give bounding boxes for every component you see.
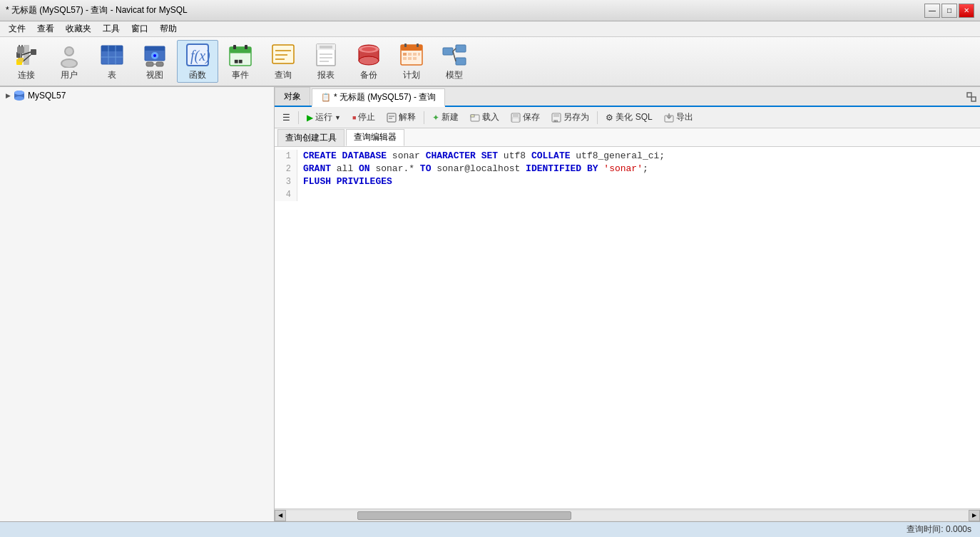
minimize-button[interactable]: — [924, 4, 940, 18]
menu-tools[interactable]: 工具 [97, 21, 126, 36]
run-icon: ▶ [307, 113, 313, 123]
toolbar-connect[interactable]: 连接 [6, 40, 47, 83]
query-icon [270, 42, 296, 68]
svg-text:f(x): f(x) [190, 48, 210, 64]
separator-1 [298, 111, 299, 124]
svg-text:■■: ■■ [234, 57, 243, 65]
svg-point-14 [62, 60, 76, 67]
explain-icon [387, 113, 397, 123]
save-label: 保存 [523, 111, 540, 123]
expand-icon: ▶ [6, 92, 11, 99]
menu-view[interactable]: 查看 [31, 21, 60, 36]
scroll-track[interactable] [286, 511, 969, 521]
sidebar-item-mysql57[interactable]: ▶ MySQL57 [0, 87, 274, 104]
menu-window[interactable]: 窗口 [126, 21, 154, 36]
svg-point-69 [14, 91, 24, 95]
content-area: 对象 📋 * 无标题 (MySQL57) - 查询 ☰ ▶ 运行 [275, 87, 980, 521]
toolbar-event[interactable]: ■■ 事件 [220, 40, 261, 83]
tab-query[interactable]: 📋 * 无标题 (MySQL57) - 查询 [312, 88, 445, 107]
run-btn[interactable]: ▶ 运行 ▼ [302, 110, 346, 126]
scroll-left-btn[interactable]: ◀ [275, 510, 286, 521]
svg-rect-32 [233, 45, 236, 49]
beautify-btn[interactable]: ⚙ 美化 SQL [601, 110, 657, 126]
menu-file[interactable]: 文件 [3, 21, 31, 36]
connect-icon [14, 42, 39, 68]
new-icon: ✦ [432, 113, 439, 123]
menu-btn[interactable]: ☰ [277, 110, 295, 126]
tab-bar: 对象 📋 * 无标题 (MySQL57) - 查询 [275, 87, 980, 107]
toolbar-backup-label: 备份 [360, 69, 377, 81]
scroll-thumb[interactable] [357, 511, 571, 520]
svg-rect-72 [387, 113, 396, 122]
toolbar-plan[interactable]: 计划 [391, 40, 432, 83]
svg-rect-7 [19, 45, 20, 47]
tab-object[interactable]: 对象 [275, 87, 310, 106]
toolbar-query[interactable]: 查询 [262, 40, 304, 83]
stop-btn[interactable]: ■ 停止 [347, 110, 380, 126]
maximize-button[interactable]: □ [941, 4, 957, 18]
toolbar-view[interactable]: 视图 [134, 40, 175, 83]
sidebar-db-label: MySQL57 [28, 91, 66, 101]
line-num-4: 4 [275, 188, 297, 201]
svg-rect-63 [456, 58, 466, 65]
close-button[interactable]: ✕ [959, 4, 974, 18]
toolbar-table-label: 表 [108, 69, 116, 81]
separator-2 [424, 111, 424, 124]
code-line-4: 4 [275, 188, 980, 201]
toolbar-backup[interactable]: 备份 [348, 40, 389, 83]
svg-rect-52 [404, 44, 407, 47]
sub-tab-builder[interactable]: 查询创建工具 [277, 129, 344, 146]
toolbar-model-label: 模型 [446, 69, 463, 81]
svg-rect-78 [513, 113, 519, 117]
main-area: ▶ MySQL57 对象 📋 * 无标题 (MySQL57) - 查询 [0, 87, 980, 521]
export-icon [664, 113, 674, 123]
svg-point-13 [66, 48, 73, 55]
line-content-3: FLUSH PRIVILEGES [297, 175, 392, 188]
svg-rect-79 [512, 118, 519, 122]
svg-rect-16 [101, 46, 123, 51]
toolbar-report[interactable]: 报表 [305, 40, 347, 83]
explain-btn[interactable]: 解释 [382, 110, 421, 126]
toolbar-query-label: 查询 [275, 69, 292, 81]
model-icon [441, 42, 467, 68]
scroll-right-btn[interactable]: ▶ [969, 510, 980, 521]
toolbar-plan-label: 计划 [403, 69, 420, 81]
toolbar-user[interactable]: 用户 [49, 40, 90, 83]
sidebar: ▶ MySQL57 [0, 87, 275, 521]
load-btn[interactable]: 载入 [465, 110, 504, 126]
save-icon [511, 113, 521, 123]
tab-extra-btn[interactable] [963, 88, 980, 106]
backup-icon [356, 42, 382, 68]
svg-rect-25 [156, 62, 163, 66]
line-num-2: 2 [275, 163, 297, 175]
svg-rect-10 [18, 58, 24, 62]
svg-rect-53 [417, 44, 419, 47]
sub-tabs: 查询创建工具 查询编辑器 [275, 128, 980, 147]
toolbar-table[interactable]: 表 [91, 40, 133, 83]
toolbar-function[interactable]: f(x) 函数 [177, 40, 218, 83]
toolbar-model[interactable]: 模型 [434, 40, 475, 83]
query-tab-icon: 📋 [321, 93, 331, 102]
svg-rect-70 [967, 93, 971, 97]
toolbar-report-label: 报表 [317, 69, 335, 81]
new-btn[interactable]: ✦ 新建 [427, 110, 464, 126]
svg-rect-8 [21, 45, 23, 47]
menu-help[interactable]: 帮助 [154, 21, 183, 36]
save-btn[interactable]: 保存 [506, 110, 545, 126]
svg-rect-81 [553, 113, 559, 117]
sub-tab-editor[interactable]: 查询编辑器 [346, 129, 404, 146]
function-icon: f(x) [185, 42, 210, 68]
code-editor[interactable]: 1 CREATE DATABASE sonar CHARACTER SET ut… [275, 147, 980, 508]
export-btn[interactable]: 导出 [659, 110, 698, 126]
saveas-btn[interactable]: as 另存为 [546, 110, 594, 126]
toolbar-view-label: 视图 [146, 69, 163, 81]
tab-object-label: 对象 [284, 91, 301, 103]
svg-rect-57 [418, 53, 420, 56]
line-content-4 [297, 188, 303, 201]
menu-favorites[interactable]: 收藏夹 [60, 21, 97, 36]
svg-rect-60 [413, 57, 417, 60]
line-num-1: 1 [275, 150, 297, 163]
code-line-1: 1 CREATE DATABASE sonar CHARACTER SET ut… [275, 150, 980, 163]
horizontal-scrollbar[interactable]: ◀ ▶ [275, 508, 980, 521]
svg-rect-44 [320, 46, 332, 48]
